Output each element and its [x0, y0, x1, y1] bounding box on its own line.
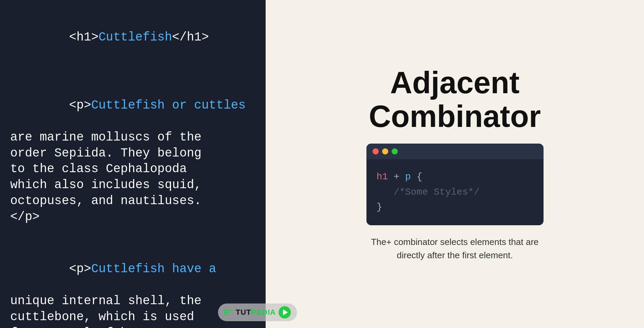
p1-line5: which also includes squid,	[10, 177, 255, 193]
p1-line1: <p>Cuttlefish or cuttles	[10, 82, 255, 129]
p1-line6: octopuses, and nautiluses.	[10, 193, 255, 209]
p1-line3: order Sepiida. They belong	[10, 146, 255, 162]
line-bar-1	[224, 310, 232, 311]
line-bar-2	[224, 312, 230, 313]
dot-green	[392, 148, 398, 154]
editor-line2: /*Some Styles*/	[377, 185, 533, 200]
editor-plus: +	[394, 171, 405, 182]
editor-line3: }	[377, 200, 533, 215]
p1-close: </p>	[10, 209, 255, 225]
description-text: The+ combinator selects elements that ar…	[370, 235, 540, 262]
play-button[interactable]	[279, 306, 291, 318]
editor-p: p	[405, 171, 411, 182]
play-icon	[283, 309, 288, 315]
p1-code-block: <p>Cuttlefish or cuttles are marine moll…	[10, 82, 255, 225]
editor-brace-open: {	[417, 171, 422, 182]
editor-h1: h1	[377, 171, 388, 182]
h1-line: <h1>Cuttlefish</h1>	[10, 14, 255, 61]
dot-red	[373, 148, 379, 154]
dot-yellow	[382, 148, 388, 154]
h1-code-block: <h1>Cuttlefish</h1>	[10, 14, 255, 61]
left-panel: <h1>Cuttlefish</h1> <p>Cuttlefish or cut…	[0, 0, 266, 328]
editor-code-content: h1 + p { /*Some Styles*/ }	[366, 159, 544, 218]
code-editor: h1 + p { /*Some Styles*/ }	[366, 144, 544, 225]
editor-titlebar	[366, 144, 544, 159]
right-panel: Adjacent Combinator h1 + p { /*Some Styl…	[266, 0, 644, 328]
editor-comment: /*Some Styles*/	[377, 187, 480, 197]
tutpedia-badge: TUTPEDIA	[218, 304, 297, 321]
line-bar-3	[224, 314, 227, 315]
p2-line1: <p>Cuttlefish have a	[10, 246, 255, 293]
p2-line2: unique internal shell, the	[10, 293, 255, 309]
p1-line4: to the class Cephalopoda	[10, 161, 255, 177]
p1-line2: are marine molluscs of the	[10, 130, 255, 146]
lines-icon	[224, 310, 232, 315]
editor-brace-close: }	[377, 202, 382, 212]
page-title: Adjacent Combinator	[369, 66, 541, 133]
editor-line1: h1 + p {	[377, 169, 533, 185]
tutpedia-label: TUTPEDIA	[236, 308, 276, 317]
p2-line4: for control of buoyancy.	[10, 325, 255, 328]
